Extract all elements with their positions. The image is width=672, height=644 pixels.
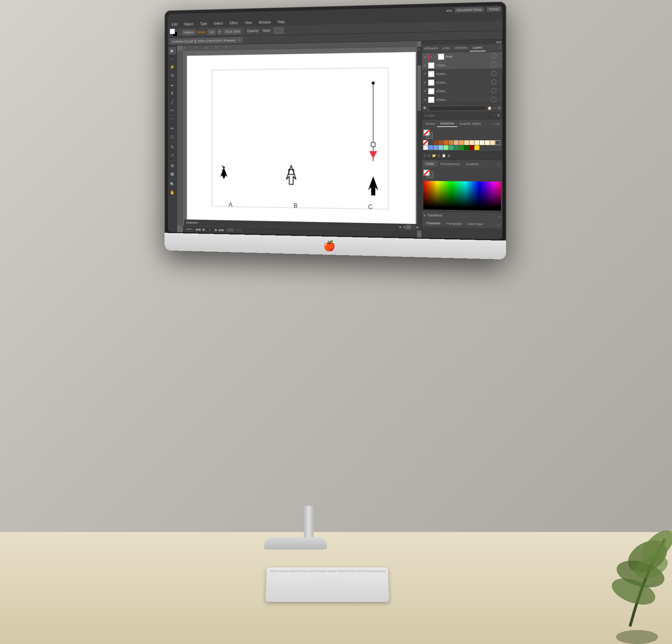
swatch-icon5[interactable]: 📋 [442,154,446,157]
first-page-btn[interactable]: ◀◀ [195,227,201,231]
tab-gradient[interactable]: Gradient [463,161,481,167]
layer-row-3[interactable]: 👁 <Com... [422,86,502,96]
swatch-20[interactable] [459,145,464,150]
tab-color[interactable]: Color [423,161,437,167]
swatch-menu-icon[interactable]: ☰ [423,154,426,157]
color-spectrum[interactable] [423,181,501,211]
brush-size-dropdown[interactable]: ● [217,29,222,34]
print-layer-row[interactable]: 👁 ▼ 🖊 Print [422,51,502,61]
preset-btn[interactable]: Preset [487,6,501,12]
layer-row-1[interactable]: 👁 <Com... [422,69,502,78]
prev-page-btn[interactable]: ◀ [202,227,205,231]
swatch-17[interactable] [443,145,448,150]
pencil-tool[interactable]: ✏ [169,125,176,132]
target-0[interactable] [491,62,496,67]
menu-item-help[interactable]: Help [276,19,286,24]
color-fill-stroke-pair[interactable] [423,169,433,178]
paintbrush-tool[interactable]: ⌒ [169,117,176,124]
layers-search-input[interactable] [429,105,486,111]
layers-icon1[interactable]: 📋 [488,106,492,110]
menu-item-effect[interactable]: Effect [228,20,239,26]
tab-character[interactable]: Character [423,220,443,226]
swatch-8[interactable] [469,140,474,145]
panel-options-btn[interactable]: ≡ [499,44,503,51]
tab-opentype[interactable]: OpenType [465,221,486,227]
layer-row-2[interactable]: 👁 <Com... [422,78,502,87]
toolbar-stroke-value[interactable]: 1 pt [208,29,216,35]
selection-tool[interactable]: ▶ [169,47,176,55]
swatch-10[interactable] [480,140,485,145]
zoom-value-box[interactable]: 200% [184,226,194,231]
canvas-area[interactable]: 0 5 10 15 20 ▲ ▼ [177,41,422,238]
tab-stroke[interactable]: Stroke [423,121,437,126]
hand-tool[interactable]: ✋ [169,189,176,196]
menu-item-select[interactable]: Select [212,21,224,26]
eye-2[interactable]: 👁 [423,81,426,84]
swatch-9[interactable] [475,140,479,145]
tab-libraries[interactable]: Libraries [453,44,470,52]
swatch-13[interactable] [423,145,428,150]
scale-tool[interactable]: ⤢ [169,152,176,159]
target-1[interactable] [491,71,496,76]
swatch-5[interactable] [454,140,459,145]
eye-0[interactable]: 👁 [423,64,426,67]
magic-wand-tool[interactable]: ⚡ [169,63,176,71]
swatch-trash-icon[interactable]: 🗑 [447,154,450,157]
layer-arrow-print[interactable]: ▼ [430,55,433,58]
scroll-up-arrow[interactable]: ▲ [417,47,421,51]
toolbar-item-uniform[interactable]: Uniform [182,29,196,35]
menu-item-view[interactable]: View [243,20,253,25]
scrollbar-vertical[interactable]: ▲ ▼ [417,47,421,230]
target-3[interactable] [491,88,496,93]
tab-swatches[interactable]: Swatches [437,120,457,127]
target-2[interactable] [491,79,496,84]
eye-1[interactable]: 👁 [423,72,426,76]
menu-item-object[interactable]: Object [183,21,195,27]
swatch-15[interactable] [433,145,438,150]
zoom-tool[interactable]: 🔍 [169,181,176,188]
document-setup-btn[interactable]: Document Setup [455,7,484,13]
direct-selection-tool[interactable]: ⬥ [169,55,176,63]
line-tool[interactable]: ╱ [169,98,176,105]
swatch-6[interactable] [459,140,464,145]
eye-4[interactable]: 👁 [423,98,426,102]
tab-paragraph[interactable]: Paragraph [443,220,465,227]
swatch-18[interactable] [449,145,454,150]
layer-target-print[interactable] [492,53,497,58]
swatch-icon2[interactable]: ⊕ [428,154,430,157]
swatch-2[interactable] [439,140,443,145]
swatch-3[interactable] [443,140,448,145]
pen-tool[interactable]: ✒ [169,82,176,89]
swatch-14[interactable] [428,145,433,150]
gradient-tool[interactable]: ▦ [169,170,176,177]
add-layer-icon[interactable]: + [493,113,496,117]
character-menu-btn[interactable]: ≡ [497,222,501,227]
eye-3[interactable]: 👁 [423,89,426,93]
tab-artboards[interactable]: Artboards [422,45,440,52]
fill-stroke-swatch[interactable] [423,130,433,139]
tab-transparency[interactable]: Transparency [437,161,463,167]
eye-icon-print[interactable]: 👁 [423,55,426,59]
last-page-btn[interactable]: ▶▶ [219,228,224,232]
menu-item-type[interactable]: Type [198,21,208,26]
tab-links[interactable]: Links [440,45,453,52]
artboard[interactable]: A + B [187,52,416,230]
del-layer-icon[interactable]: 🗑 [497,113,500,117]
swatch-1[interactable] [433,140,438,145]
document-tab[interactable]: invitation (2).pdf @ 200% (CMYK/GPU Prev… [170,37,243,44]
swatch-gold[interactable] [475,145,479,150]
collapse-button[interactable]: ◀◀ [446,8,452,13]
swatch-7[interactable] [464,140,469,145]
eraser-tool[interactable]: ◻ [169,133,176,140]
layers-delete-icon[interactable]: 🗑 [498,106,501,110]
lasso-tool[interactable]: ◎ [169,71,176,79]
current-page-box[interactable]: 4 [206,227,214,232]
swatch-none[interactable] [423,140,428,145]
list-view-icon[interactable]: ≡ [493,122,495,125]
layer-row-0[interactable]: 👁 <Com... [422,60,502,70]
next-page-btn[interactable]: ▶ [215,228,218,232]
swatch-19[interactable] [454,145,459,150]
grid-view-icon[interactable]: ⊞ [496,122,499,125]
color-menu-btn[interactable]: ≡ [497,162,501,167]
swatch-16[interactable] [439,145,443,150]
